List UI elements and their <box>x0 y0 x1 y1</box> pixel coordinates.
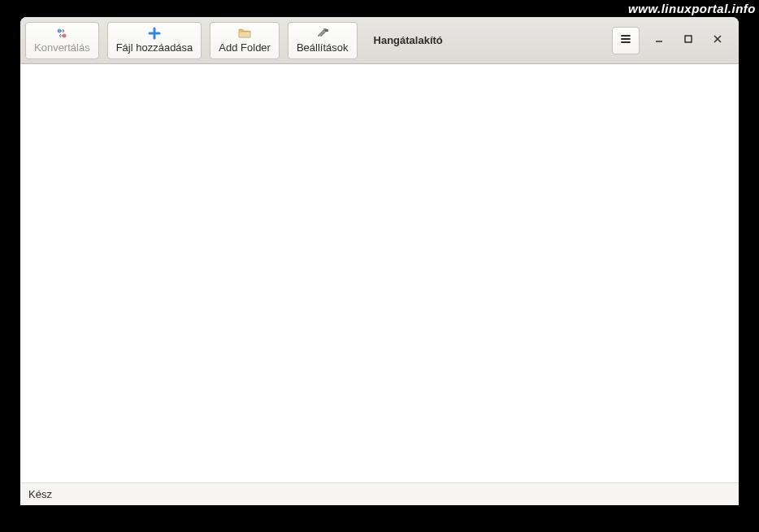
convert-button[interactable]: Konvertálás <box>25 22 99 59</box>
minimize-icon <box>654 34 664 46</box>
hamburger-icon <box>620 33 631 47</box>
add-icon <box>148 27 161 40</box>
add-file-button-label: Fájl hozzáadása <box>116 41 193 54</box>
hamburger-menu-button[interactable] <box>612 27 640 54</box>
maximize-icon <box>683 34 693 46</box>
add-folder-button[interactable]: Add Folder <box>210 22 280 59</box>
status-bar: Kész <box>20 482 739 505</box>
window-controls <box>612 27 734 54</box>
settings-button-label: Beállítások <box>297 41 349 54</box>
convert-icon <box>55 27 68 40</box>
app-window: Konvertálás Fájl hozzáadása <box>20 17 739 505</box>
content-area <box>20 64 739 482</box>
svg-rect-3 <box>325 29 328 32</box>
watermark-text: www.linuxportal.info <box>628 2 756 15</box>
settings-button[interactable]: Beállítások <box>288 22 358 59</box>
maximize-button[interactable] <box>679 31 698 50</box>
svg-rect-4 <box>685 36 692 42</box>
status-text: Kész <box>28 488 52 500</box>
header-bar: Konvertálás Fájl hozzáadása <box>20 17 739 64</box>
folder-icon <box>238 27 251 40</box>
add-file-button[interactable]: Fájl hozzáadása <box>107 22 202 59</box>
app-title: Hangátalakító <box>358 34 612 46</box>
convert-button-label: Konvertálás <box>34 41 90 54</box>
add-folder-button-label: Add Folder <box>219 41 271 54</box>
close-icon <box>713 34 722 46</box>
minimize-button[interactable] <box>649 31 669 50</box>
toolbar: Konvertálás Fájl hozzáadása <box>25 22 358 59</box>
close-button[interactable] <box>708 31 727 50</box>
settings-icon <box>316 27 329 40</box>
